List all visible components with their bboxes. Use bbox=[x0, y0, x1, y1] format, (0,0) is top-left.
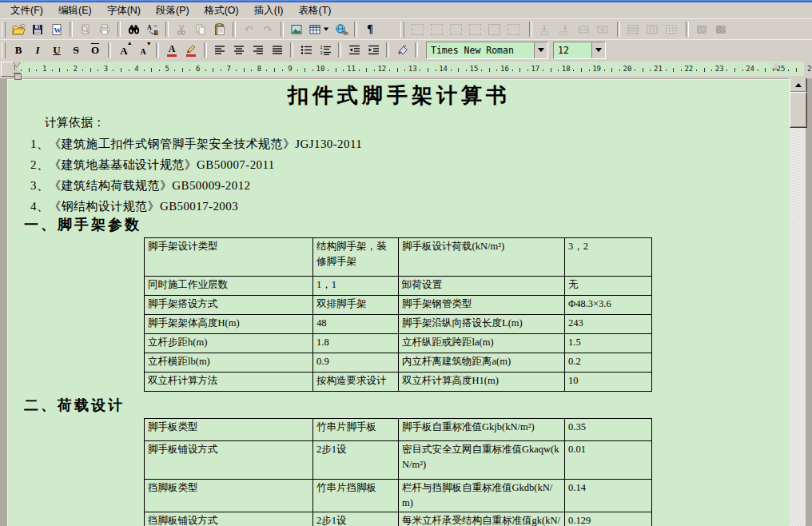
find-button[interactable] bbox=[124, 21, 143, 38]
font-size-combobox[interactable]: 12 bbox=[553, 42, 606, 59]
redo-button[interactable]: ↷ bbox=[258, 21, 277, 38]
menu-format[interactable]: 格式(O) bbox=[197, 2, 247, 19]
table-toolbar-drag-handle[interactable] bbox=[400, 22, 404, 38]
undo-button[interactable]: ↶ bbox=[239, 21, 258, 38]
font-name-dropdown-button[interactable] bbox=[534, 42, 547, 58]
align-right-button[interactable] bbox=[249, 42, 268, 59]
border-tool-4-button[interactable] bbox=[465, 21, 484, 38]
svg-text:1: 1 bbox=[320, 45, 322, 50]
toolbar-separator bbox=[290, 42, 293, 58]
toolbar-separator bbox=[354, 22, 357, 37]
border-tool-6-button[interactable] bbox=[504, 21, 523, 38]
ruler-tick bbox=[52, 70, 53, 71]
justify-button[interactable] bbox=[268, 42, 287, 59]
cut-button[interactable] bbox=[172, 21, 191, 38]
ruler-tick bbox=[496, 70, 497, 71]
hanging-indent-marker[interactable] bbox=[13, 67, 21, 73]
paste-button[interactable] bbox=[210, 21, 229, 38]
font-size-dropdown-button[interactable] bbox=[591, 42, 605, 58]
insert-hyperlink-button[interactable] bbox=[332, 21, 351, 38]
right-indent-marker[interactable] bbox=[772, 62, 780, 69]
document-page[interactable]: 扣件式脚手架计算书 计算依据： 1、《建筑施工扣件式钢管脚手架安全技术规范》JG… bbox=[7, 79, 790, 526]
border-tool-icon bbox=[488, 24, 500, 35]
svg-text:2: 2 bbox=[320, 50, 322, 55]
print-button[interactable] bbox=[95, 21, 114, 38]
fill-color-button[interactable] bbox=[392, 42, 412, 59]
ruler-tick bbox=[619, 70, 620, 71]
ruler-tick bbox=[189, 70, 190, 71]
table-cell: 脚手架搭设方式 bbox=[145, 296, 313, 315]
shrink-font-button[interactable]: A▼ bbox=[133, 42, 153, 59]
ruler-band: 1234567891011121314151617181920212223242… bbox=[14, 62, 804, 76]
menu-insert[interactable]: 插入(I) bbox=[247, 2, 292, 19]
font-color-button[interactable]: A bbox=[162, 42, 181, 59]
menu-font[interactable]: 字体(N) bbox=[100, 2, 149, 19]
menu-file[interactable]: 文件(F) bbox=[3, 2, 51, 19]
decrease-indent-button[interactable] bbox=[344, 42, 364, 59]
toolbar-drag-handle[interactable] bbox=[2, 42, 6, 58]
font-name-value[interactable]: Times New Roman bbox=[427, 42, 534, 58]
insert-table-dropdown-icon bbox=[324, 28, 328, 31]
scrollbar-thumb[interactable] bbox=[790, 92, 807, 128]
overline-button[interactable]: O bbox=[86, 42, 105, 59]
numbered-list-button[interactable]: 12 bbox=[316, 42, 335, 59]
table-cell: 密目式安全立网自重标准值Gkaqw(kN/m²) bbox=[399, 441, 565, 480]
ruler-tick bbox=[336, 68, 336, 72]
bold-button[interactable]: B bbox=[9, 42, 28, 59]
menu-table[interactable]: 表格(T) bbox=[292, 2, 340, 19]
border-shading-button[interactable] bbox=[692, 21, 711, 38]
split-cells-button[interactable] bbox=[593, 21, 612, 38]
strikethrough-button[interactable]: S bbox=[66, 42, 86, 59]
grow-font-button[interactable]: A▲ bbox=[114, 42, 133, 59]
cut-icon bbox=[175, 23, 188, 36]
table-cell: 竹串片挡脚板 bbox=[313, 480, 399, 512]
left-indent-marker[interactable] bbox=[14, 74, 22, 80]
vertical-scrollbar[interactable] bbox=[790, 77, 806, 526]
insert-column-button[interactable] bbox=[555, 21, 574, 38]
ruler-tick bbox=[21, 70, 22, 71]
table-row: 立杆步距h(m)1.8立杆纵距或跨距la(m)1.5 bbox=[145, 334, 652, 353]
first-line-indent-marker[interactable] bbox=[13, 62, 21, 67]
font-size-value[interactable]: 12 bbox=[554, 42, 591, 58]
justify-icon bbox=[272, 45, 283, 55]
paragraph-marks-button[interactable]: ¶ bbox=[360, 21, 380, 38]
print-preview-button[interactable] bbox=[76, 21, 95, 38]
pattern-shading-button[interactable] bbox=[711, 21, 730, 38]
font-name-combobox[interactable]: Times New Roman bbox=[426, 42, 548, 59]
border-tool-5-button[interactable] bbox=[484, 21, 504, 38]
open-button[interactable] bbox=[9, 21, 28, 38]
align-center-button[interactable] bbox=[229, 42, 249, 59]
distribute-rows-button[interactable] bbox=[623, 21, 643, 38]
strikethrough-icon: S bbox=[73, 45, 78, 55]
numbered-list-icon: 12 bbox=[320, 45, 332, 55]
insert-table-button[interactable] bbox=[306, 21, 332, 38]
bullet-list-button[interactable] bbox=[297, 42, 316, 59]
border-tool-2-button[interactable] bbox=[427, 21, 446, 38]
border-tool-1-button[interactable] bbox=[408, 21, 427, 38]
copy-button[interactable] bbox=[191, 21, 210, 38]
insert-image-button[interactable] bbox=[287, 21, 306, 38]
table-row: 挡脚板铺设方式2步1设每米立杆承受结构自重标准值gk(kN/m)0.129 bbox=[145, 512, 652, 526]
scroll-up-button[interactable] bbox=[790, 77, 807, 93]
ruler[interactable]: 1234567891011121314151617181920212223242… bbox=[0, 60, 812, 78]
align-left-button[interactable] bbox=[210, 42, 229, 59]
table-cell: 脚手板类型 bbox=[145, 419, 313, 441]
italic-button[interactable]: I bbox=[28, 42, 47, 59]
replace-button[interactable]: AB bbox=[143, 21, 162, 38]
scrollbar-track[interactable] bbox=[790, 77, 806, 526]
insert-row-button[interactable] bbox=[535, 21, 555, 38]
table-cell: 0.01 bbox=[565, 441, 652, 480]
highlight-button[interactable] bbox=[181, 42, 201, 59]
increase-indent-button[interactable] bbox=[364, 42, 383, 59]
new-word-document-button[interactable]: W bbox=[47, 21, 66, 38]
toolbar-drag-handle[interactable] bbox=[2, 22, 6, 38]
save-button[interactable] bbox=[28, 21, 47, 38]
merge-cells-button[interactable] bbox=[574, 21, 593, 38]
menu-edit[interactable]: 编辑(E) bbox=[51, 2, 100, 19]
border-tool-3-button[interactable] bbox=[446, 21, 465, 38]
table-autoformat-button[interactable] bbox=[662, 21, 681, 38]
underline-button[interactable]: U bbox=[47, 42, 66, 59]
distribute-columns-button[interactable] bbox=[643, 21, 662, 38]
menu-paragraph[interactable]: 段落(P) bbox=[149, 2, 197, 19]
table-cell: 脚手架架体高度H(m) bbox=[145, 315, 313, 334]
